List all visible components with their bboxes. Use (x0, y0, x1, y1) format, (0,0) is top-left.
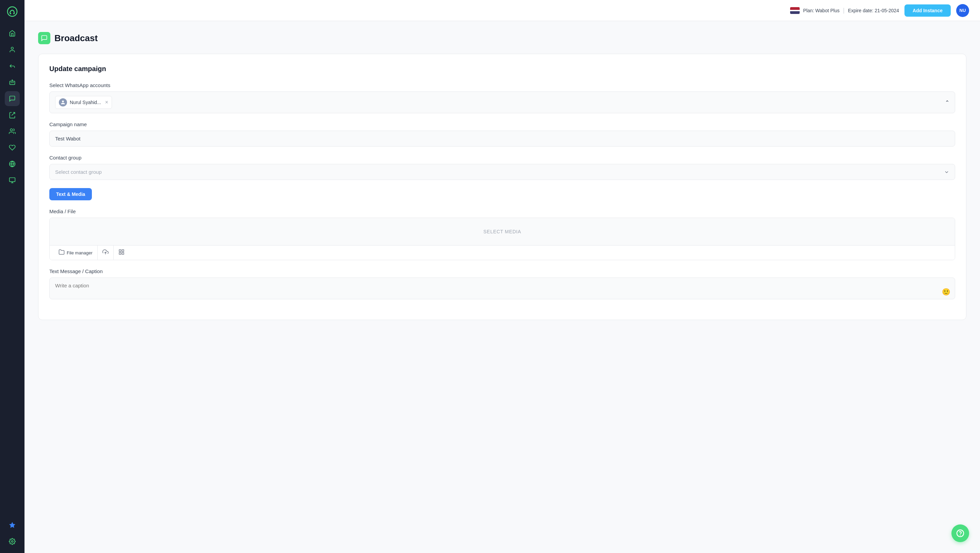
accounts-chevron-up-icon[interactable]: ⌃ (945, 99, 950, 106)
sidebar-item-reply[interactable] (5, 59, 20, 73)
svg-rect-21 (119, 253, 121, 254)
file-manager-label: File manager (67, 250, 92, 256)
grid-icon (118, 249, 124, 256)
app-logo[interactable] (5, 4, 20, 19)
text-media-button[interactable]: Text & Media (49, 188, 92, 200)
svg-line-9 (11, 113, 14, 116)
campaign-name-label: Campaign name (49, 121, 955, 127)
flag-icon (790, 7, 800, 14)
remove-account-button[interactable]: × (105, 100, 108, 105)
topbar: Plan: Wabot Plus | Expire date: 21-05-20… (24, 0, 980, 21)
sidebar-item-contacts[interactable] (5, 42, 20, 57)
sidebar (0, 0, 24, 553)
contact-group-label: Contact group (49, 155, 955, 160)
upload-button[interactable] (98, 246, 114, 260)
sidebar-item-settings[interactable] (5, 534, 20, 549)
type-button-group: Text & Media (49, 188, 955, 200)
sidebar-item-monitor[interactable] (5, 173, 20, 188)
sidebar-item-plugin[interactable] (5, 140, 20, 155)
form-section-title: Update campaign (49, 65, 955, 73)
plan-label: Plan: Wabot Plus (803, 8, 840, 13)
caption-group: Text Message / Caption 🙂 (49, 269, 955, 300)
sidebar-item-home[interactable] (5, 26, 20, 41)
file-manager-icon (59, 249, 65, 256)
contact-group-select[interactable]: Select contact group (49, 164, 955, 180)
file-manager-button[interactable]: File manager (54, 246, 98, 260)
accounts-selector[interactable]: Nurul Syahid... × ⌃ (49, 92, 955, 113)
campaign-name-input[interactable] (49, 130, 955, 146)
emoji-icon[interactable]: 🙂 (942, 288, 950, 296)
whatsapp-accounts-group: Select WhatsApp accounts Nurul Syahid...… (49, 82, 955, 113)
svg-marker-16 (10, 523, 15, 528)
form-card: Update campaign Select WhatsApp accounts… (38, 54, 966, 320)
user-avatar[interactable]: NU (956, 4, 969, 17)
sidebar-item-team[interactable] (5, 124, 20, 139)
svg-point-3 (11, 47, 14, 50)
campaign-name-group: Campaign name (49, 121, 955, 146)
svg-point-10 (10, 129, 13, 131)
sidebar-item-broadcast[interactable] (5, 91, 20, 106)
svg-point-0 (8, 7, 17, 16)
media-select-label: SELECT MEDIA (50, 218, 955, 245)
broadcast-page-icon (38, 32, 50, 44)
svg-point-17 (11, 541, 13, 542)
svg-point-2 (13, 13, 14, 14)
svg-rect-19 (119, 249, 121, 251)
svg-point-1 (10, 13, 11, 14)
page-header: Broadcast (38, 32, 966, 44)
account-avatar (59, 98, 67, 106)
svg-rect-22 (122, 253, 124, 254)
contact-group-group: Contact group Select contact group (49, 155, 955, 180)
sidebar-item-export[interactable] (5, 108, 20, 122)
caption-label: Text Message / Caption (49, 269, 955, 274)
caption-textarea[interactable] (49, 278, 955, 299)
whatsapp-accounts-label: Select WhatsApp accounts (49, 82, 955, 88)
media-upload-area[interactable]: SELECT MEDIA File manager (49, 218, 955, 260)
grid-view-button[interactable] (114, 246, 129, 260)
caption-wrapper: 🙂 (49, 278, 955, 300)
svg-point-5 (12, 80, 13, 81)
topbar-divider: | (843, 7, 845, 14)
media-file-label: Media / File (49, 208, 955, 214)
main-content: Broadcast Update campaign Select WhatsAp… (24, 21, 980, 553)
sidebar-item-star[interactable] (5, 518, 20, 532)
media-file-group: Media / File SELECT MEDIA File manager (49, 208, 955, 260)
expire-label: Expire date: 21-05-2024 (848, 8, 899, 13)
add-instance-button[interactable]: Add Instance (904, 5, 951, 17)
upload-icon (102, 249, 108, 256)
page-title: Broadcast (54, 33, 98, 43)
selected-account-tag: Nurul Syahid... × (55, 96, 112, 109)
account-name: Nurul Syahid... (70, 100, 101, 105)
plan-info: Plan: Wabot Plus | Expire date: 21-05-20… (790, 7, 899, 14)
sidebar-item-bot[interactable] (5, 75, 20, 90)
main-container: Plan: Wabot Plus | Expire date: 21-05-20… (24, 0, 980, 553)
sidebar-item-network[interactable] (5, 156, 20, 172)
svg-rect-20 (122, 249, 124, 251)
svg-rect-13 (10, 178, 15, 182)
media-toolbar: File manager (50, 245, 955, 260)
help-fab-button[interactable] (951, 524, 969, 542)
